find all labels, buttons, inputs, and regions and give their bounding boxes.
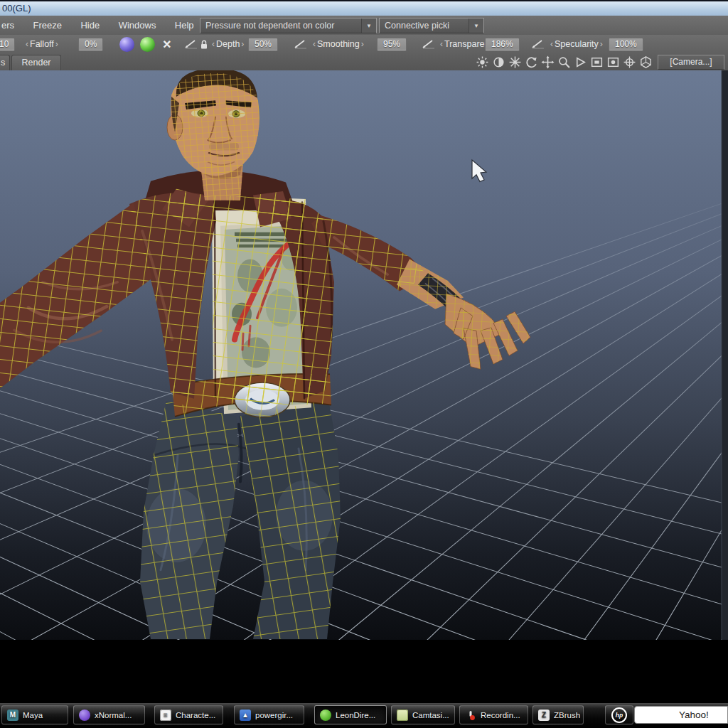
material-sphere-button[interactable] [119, 35, 134, 53]
stepper-left-icon[interactable]: ‹ [24, 39, 30, 49]
center-view-icon[interactable] [623, 55, 636, 69]
chevron-down-icon[interactable]: ▼ [469, 18, 483, 33]
stepper-left-icon[interactable]: ‹ [549, 39, 555, 49]
pan-icon[interactable] [541, 55, 555, 69]
scene-3d [0, 70, 728, 703]
perspective-cube-icon[interactable] [639, 55, 653, 69]
frame-selection-icon[interactable] [606, 55, 620, 69]
color-sphere-button[interactable] [140, 35, 155, 53]
viewport-background [0, 70, 728, 640]
taskbar-item-leondirect[interactable]: LeonDire... [314, 705, 387, 724]
depth-value-field[interactable]: 50% [248, 35, 278, 53]
dolly-icon[interactable] [574, 55, 587, 69]
leon-file-icon [320, 710, 331, 721]
smoothing-control[interactable]: ‹ Smoothing › [311, 35, 365, 53]
transparency-pen-icon-button[interactable] [421, 35, 435, 53]
taskbar-item-camtasia[interactable]: Camtasi... [391, 705, 455, 724]
brightness-icon[interactable] [476, 55, 489, 69]
chevron-down-icon[interactable]: ▼ [361, 18, 376, 33]
stepper-left-icon[interactable]: ‹ [210, 39, 216, 49]
pen-slope-icon [421, 38, 435, 50]
brush-toolbar: 10 ‹ Falloff › 0% × [0, 35, 728, 54]
contrast-icon[interactable] [492, 55, 505, 69]
stepper-left-icon[interactable]: ‹ [439, 39, 444, 49]
menu-bar: ers Freeze Hide Windows Help Pressure no… [0, 16, 728, 36]
menu-item-windows[interactable]: Windows [111, 16, 164, 35]
pen-slope-icon [183, 38, 198, 50]
menu-item-help[interactable]: Help [167, 16, 202, 35]
record-icon [465, 710, 476, 721]
tab-render[interactable]: Render [11, 55, 61, 70]
stepper-right-icon[interactable]: › [360, 39, 365, 49]
hp-logo: hp [611, 707, 627, 723]
viewport-canvas[interactable] [0, 70, 728, 703]
pen-slope-icon [293, 38, 307, 50]
frame-all-icon[interactable] [590, 55, 604, 69]
picking-mode-dropdown[interactable]: Connective picki ▼ [379, 18, 484, 33]
document-icon: ≡ [160, 710, 171, 721]
maya-icon: M [7, 710, 18, 721]
taskbar-item-zbrush[interactable]: Z ZBrush [532, 705, 584, 724]
close-icon: × [163, 37, 171, 51]
xnormal-icon [79, 710, 90, 721]
stepper-right-icon[interactable]: › [240, 39, 245, 49]
pressure-mode-dropdown[interactable]: Pressure not dependent on color ▼ [200, 18, 377, 33]
specularity-pen-icon-button[interactable] [530, 35, 545, 53]
brush-size-field[interactable]: 10 [0, 35, 15, 53]
taskbar-item-maya[interactable]: M Maya [1, 705, 68, 724]
pen-slope-icon [530, 38, 545, 50]
clear-button[interactable]: × [163, 35, 171, 53]
viewport-toolbar [476, 54, 653, 70]
image-file-icon: ▲ [240, 710, 251, 721]
stepper-right-icon[interactable]: › [599, 39, 604, 49]
menu-item-partial[interactable]: ers [0, 16, 22, 35]
stepper-right-icon[interactable]: › [54, 39, 60, 49]
yahoo-search-input[interactable] [634, 706, 728, 724]
menu-item-hide[interactable]: Hide [73, 16, 107, 35]
depth-pen-lock-group[interactable] [183, 35, 208, 53]
app-window: 00(GL) ers Freeze Hide Windows Help Pres… [0, 0, 728, 728]
specularity-control[interactable]: ‹ Specularity › [549, 35, 604, 53]
window-title: 00(GL) [2, 3, 31, 14]
taskbar-item-xnormal[interactable]: xNormal... [73, 705, 145, 724]
falloff-value-field[interactable]: 0% [78, 35, 103, 53]
zbrush-icon: Z [538, 710, 550, 721]
falloff-control[interactable]: ‹ Falloff › [24, 35, 60, 53]
taskbar-item-character[interactable]: ≡ Characte... [154, 705, 223, 724]
os-taskbar: M Maya xNormal... ≡ Characte... ▲ powerg… [0, 703, 728, 728]
depth-control[interactable]: ‹ Depth › [210, 35, 245, 53]
smoothing-value-field[interactable]: 95% [377, 35, 407, 53]
specularity-value-field[interactable]: 100% [609, 35, 643, 53]
smoothing-pen-icon-button[interactable] [293, 35, 307, 53]
purple-sphere-icon [119, 37, 134, 52]
lock-icon [200, 39, 208, 50]
hp-launcher-button[interactable]: hp [605, 705, 633, 724]
title-bar: 00(GL) [0, 0, 728, 17]
taskbar-item-recording[interactable]: Recordin... [459, 705, 528, 724]
viewport-header: s Render [0, 53, 728, 71]
tumble-icon[interactable] [525, 55, 538, 69]
flare-icon[interactable] [508, 55, 522, 69]
menu-item-freeze[interactable]: Freeze [26, 16, 70, 35]
taskbar-item-powergirl[interactable]: ▲ powergir... [234, 705, 304, 724]
camera-selector-button[interactable]: [Camera...] [658, 55, 724, 70]
green-sphere-icon [140, 37, 155, 52]
zoom-icon[interactable] [557, 55, 571, 69]
stepper-left-icon[interactable]: ‹ [311, 39, 317, 49]
transparency-value-field[interactable]: 186% [485, 35, 520, 53]
folder-icon [397, 710, 408, 721]
viewport-right-edge [722, 70, 728, 640]
tab-partial[interactable]: s [0, 55, 10, 70]
